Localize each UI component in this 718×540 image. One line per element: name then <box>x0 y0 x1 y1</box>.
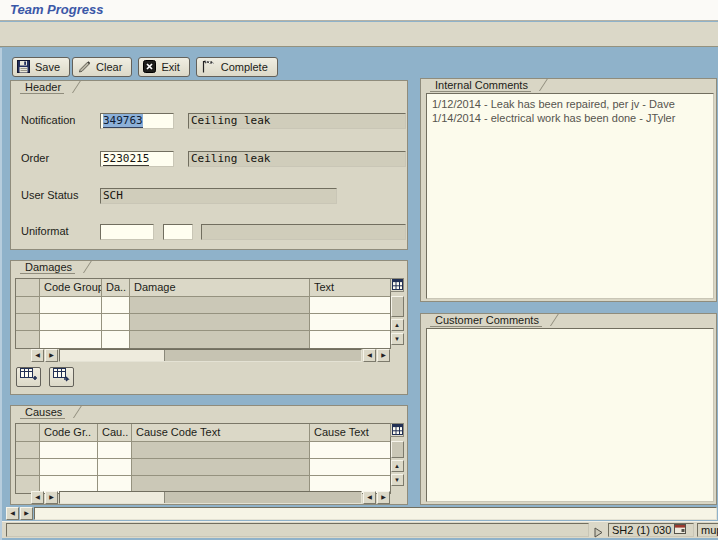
row-selector-cell[interactable] <box>16 314 40 331</box>
code-group-cell[interactable] <box>40 314 102 331</box>
scroll-right-button[interactable]: ▶ <box>20 507 33 520</box>
customer-comments-group: Customer Comments <box>420 313 717 505</box>
internal-comments-textarea[interactable]: 1/12/2014 - Leak has been repaired, per … <box>426 93 714 299</box>
complete-button[interactable]: Complete <box>196 57 278 77</box>
uniformat-text-field <box>201 224 406 240</box>
insert-row-button[interactable] <box>16 367 41 387</box>
vertical-scroll-thumb[interactable] <box>391 296 404 317</box>
header-group-tab: Header <box>20 81 64 94</box>
exit-button[interactable]: Exit <box>138 57 189 77</box>
scroll-up-button[interactable]: ▲ <box>391 319 404 331</box>
notification-text-field: Ceiling leak <box>188 113 406 129</box>
scroll-up-button[interactable]: ▲ <box>391 460 404 472</box>
expand-triangle-icon <box>594 524 603 540</box>
order-label: Order <box>21 152 49 164</box>
row-selector-cell[interactable] <box>16 297 40 314</box>
notification-value: 349763 <box>103 114 143 128</box>
page-scroll-track[interactable] <box>34 507 717 520</box>
notification-input[interactable]: 349763 <box>100 113 174 129</box>
save-button[interactable]: Save <box>12 57 70 77</box>
scroll-right-button[interactable]: ▶ <box>377 491 390 504</box>
save-button-label: Save <box>35 61 60 73</box>
row-selector-header[interactable] <box>16 279 40 297</box>
table-settings-button[interactable] <box>390 423 404 437</box>
horizontal-scroll-track[interactable] <box>59 349 362 362</box>
notification-row: Notification 349763 Ceiling leak <box>11 113 407 128</box>
clear-button-label: Clear <box>96 61 122 73</box>
vertical-scroll-thumb[interactable] <box>391 441 404 458</box>
scroll-left-button[interactable]: ◀ <box>363 349 376 362</box>
uniformat-input-1[interactable] <box>100 224 154 240</box>
notification-label: Notification <box>21 114 75 126</box>
scroll-down-button[interactable]: ▼ <box>391 474 404 486</box>
damages-col-damage[interactable]: Damage <box>130 279 310 297</box>
cau-cell[interactable] <box>98 442 132 459</box>
row-selector-cell[interactable] <box>16 459 40 476</box>
status-expand-button[interactable] <box>594 524 605 536</box>
clear-button[interactable]: Clear <box>72 57 132 77</box>
scroll-left-button[interactable]: ◀ <box>363 491 376 504</box>
table-settings-button[interactable] <box>390 278 404 292</box>
causes-row-2 <box>16 459 390 476</box>
table-settings-icon <box>392 276 403 294</box>
horizontal-scroll-thumb[interactable] <box>60 350 165 361</box>
code-gr-cell[interactable] <box>40 442 98 459</box>
da-cell[interactable] <box>102 331 130 348</box>
customer-comments-textarea[interactable] <box>426 328 714 502</box>
damages-horizontal-scrollbar: ◀ ▶ ◀ ▶ <box>31 349 391 362</box>
comment-line: 1/12/2014 - Leak has been repaired, per … <box>432 97 708 111</box>
cause-text-cell[interactable] <box>310 442 390 459</box>
damages-row-buttons <box>16 367 78 387</box>
code-gr-cell[interactable] <box>40 459 98 476</box>
order-value: 5230215 <box>103 152 149 166</box>
header-group: Header Notification 349763 Ceiling leak … <box>10 80 408 250</box>
scroll-left-button[interactable]: ◀ <box>6 507 19 520</box>
damages-header-row: Code Group Da.. Damage Text <box>16 279 390 297</box>
da-cell[interactable] <box>102 297 130 314</box>
causes-col-cau[interactable]: Cau.. <box>98 424 132 442</box>
causes-col-cause-text[interactable]: Cause Text <box>310 424 390 442</box>
scroll-left-button[interactable]: ◀ <box>31 491 44 504</box>
code-group-cell[interactable] <box>40 331 102 348</box>
damages-col-text[interactable]: Text <box>310 279 390 297</box>
delete-row-button[interactable] <box>49 367 74 387</box>
scroll-right-button[interactable]: ▶ <box>45 349 58 362</box>
damages-col-da[interactable]: Da.. <box>102 279 130 297</box>
da-cell[interactable] <box>102 314 130 331</box>
complete-flag-icon <box>201 60 216 75</box>
page-horizontal-scrollbar: ◀ ▶ <box>6 507 717 520</box>
row-selector-header[interactable] <box>16 424 40 442</box>
user-status-label: User Status <box>21 189 78 201</box>
scroll-left-button[interactable]: ◀ <box>31 349 44 362</box>
session-icon <box>674 524 686 536</box>
row-selector-cell[interactable] <box>16 442 40 459</box>
uniformat-input-2[interactable] <box>163 224 193 240</box>
damages-table: Code Group Da.. Damage Text <box>15 278 391 349</box>
text-cell[interactable] <box>310 331 390 348</box>
status-system-text: SH2 (1) 030 <box>612 524 671 536</box>
causes-col-cause-code-text[interactable]: Cause Code Text <box>132 424 310 442</box>
damages-group-tab: Damages <box>20 261 75 274</box>
cause-text-cell[interactable] <box>310 459 390 476</box>
save-icon <box>17 60 30 75</box>
horizontal-scroll-thumb[interactable] <box>60 492 165 503</box>
damage-cell <box>130 297 310 314</box>
internal-comments-group: Internal Comments 1/12/2014 - Leak has b… <box>420 78 717 302</box>
order-input[interactable]: 5230215 <box>100 151 174 167</box>
code-group-cell[interactable] <box>40 297 102 314</box>
status-host-box: muphr <box>697 523 718 537</box>
toolbar: Save Clear Exit Complete <box>12 57 278 77</box>
text-cell[interactable] <box>310 314 390 331</box>
scroll-down-button[interactable]: ▼ <box>391 333 404 345</box>
scroll-right-button[interactable]: ▶ <box>377 349 390 362</box>
customer-comments-group-tab: Customer Comments <box>430 314 542 327</box>
cau-cell[interactable] <box>98 459 132 476</box>
damages-row-2 <box>16 314 390 331</box>
horizontal-scroll-track[interactable] <box>59 491 362 504</box>
damages-col-code-group[interactable]: Code Group <box>40 279 102 297</box>
scroll-right-button[interactable]: ▶ <box>45 491 58 504</box>
row-selector-cell[interactable] <box>16 331 40 348</box>
causes-col-code-gr[interactable]: Code Gr.. <box>40 424 98 442</box>
title-bar: Team Progress <box>0 0 718 21</box>
text-cell[interactable] <box>310 297 390 314</box>
